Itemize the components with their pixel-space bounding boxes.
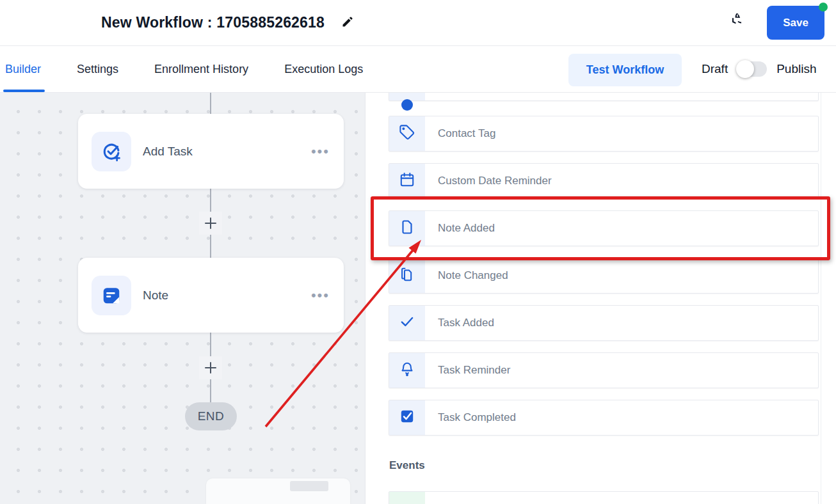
tag-icon: [399, 124, 415, 143]
event-item-clipped-bottom[interactable]: [389, 491, 819, 504]
trigger-icon-strip: [389, 306, 425, 340]
canvas-bottom-card: [206, 478, 350, 504]
tab-bar: Builder Settings Enrollment History Exec…: [0, 46, 836, 93]
document-icon: [399, 219, 415, 238]
trigger-label: Task Completed: [438, 411, 516, 424]
events-section-heading: Events: [389, 459, 425, 472]
trigger-label: Custom Date Reminder: [438, 175, 552, 187]
main-area: Add Task Note: [0, 93, 836, 504]
tab-settings-label: Settings: [77, 63, 118, 76]
add-step-button[interactable]: [199, 212, 222, 235]
trigger-item-clipped-top[interactable]: [389, 93, 819, 101]
trigger-label: Note Changed: [438, 269, 508, 282]
trigger-icon-strip: [389, 116, 425, 151]
connector-line: [210, 93, 211, 114]
panel-scroll-track[interactable]: [821, 93, 821, 504]
trigger-icon-strip: [389, 211, 425, 246]
trigger-label: Task Reminder: [438, 364, 510, 377]
edit-title-button[interactable]: [341, 15, 354, 30]
trigger-label: Contact Tag: [438, 127, 495, 140]
note-icon: [92, 276, 131, 315]
trigger-icon-strip: [389, 258, 425, 293]
node-note[interactable]: Note: [78, 258, 344, 333]
active-tab-underline: [3, 90, 45, 92]
triggers-panel: Contact Tag Custom Date Reminder: [365, 93, 836, 504]
tab-execution-logs-label: Execution Logs: [284, 63, 363, 76]
trigger-label: Task Added: [438, 317, 494, 329]
tab-enrollment-history-label: Enrollment History: [154, 63, 248, 76]
event-icon-strip: [389, 492, 425, 504]
tab-enrollment-history[interactable]: Enrollment History: [154, 46, 248, 92]
node-add-task[interactable]: Add Task: [78, 114, 344, 189]
tab-execution-logs[interactable]: Execution Logs: [284, 46, 363, 92]
trigger-icon-strip: [389, 353, 425, 388]
calendar-icon: [399, 171, 415, 191]
publish-toggle[interactable]: [737, 61, 767, 77]
history-clock-icon: [725, 13, 741, 32]
trigger-icon-strip: [389, 164, 425, 198]
save-button[interactable]: Save: [767, 6, 824, 40]
node-label: Note: [143, 288, 168, 303]
workflow-title: New Workflow : 1705885262618: [101, 14, 325, 31]
unsaved-changes-dot: [819, 3, 828, 12]
add-step-button[interactable]: [199, 356, 222, 379]
trigger-item-note-changed[interactable]: Note Changed: [389, 258, 819, 294]
check-icon: [399, 313, 415, 333]
workflow-app: New Workflow : 1705885262618 Save: [0, 0, 836, 504]
documents-icon: [399, 266, 415, 285]
trigger-icon-strip: [389, 93, 425, 100]
test-workflow-button[interactable]: Test Workflow: [568, 54, 682, 86]
header-actions: Save: [725, 0, 824, 45]
trigger-icon-strip: [389, 400, 425, 435]
node-menu-button[interactable]: [311, 287, 330, 304]
trigger-item-note-added[interactable]: Note Added: [389, 210, 819, 246]
publish-label: Publish: [776, 62, 816, 76]
publish-toggle-group: Draft Publish: [702, 46, 817, 92]
trigger-label: Note Added: [438, 222, 495, 235]
checkbox-checked-icon: [399, 408, 415, 427]
workflow-canvas[interactable]: Add Task Note: [0, 93, 365, 504]
tab-settings[interactable]: Settings: [77, 46, 118, 92]
bottom-card-pill: [290, 481, 328, 491]
draft-label: Draft: [702, 62, 728, 76]
pencil-icon: [341, 15, 354, 30]
trigger-item-custom-date-reminder[interactable]: Custom Date Reminder: [389, 163, 819, 199]
header: New Workflow : 1705885262618 Save: [0, 0, 836, 46]
trigger-item-task-completed[interactable]: Task Completed: [389, 400, 819, 436]
trigger-item-task-reminder[interactable]: Task Reminder: [389, 352, 819, 388]
save-button-label: Save: [783, 17, 808, 29]
publish-toggle-knob[interactable]: [736, 60, 754, 78]
clipped-blue-icon: [401, 99, 413, 111]
trigger-item-task-added[interactable]: Task Added: [389, 305, 819, 341]
node-label: Add Task: [143, 145, 193, 159]
node-menu-button[interactable]: [311, 143, 330, 160]
title-wrap: New Workflow : 1705885262618: [101, 14, 354, 31]
history-button[interactable]: [725, 13, 741, 32]
end-node: END: [185, 402, 237, 430]
bell-icon: [399, 361, 415, 380]
tab-builder-label: Builder: [5, 63, 41, 76]
task-add-icon: [92, 132, 131, 171]
tab-builder[interactable]: Builder: [5, 46, 41, 92]
trigger-item-contact-tag[interactable]: Contact Tag: [389, 116, 819, 152]
